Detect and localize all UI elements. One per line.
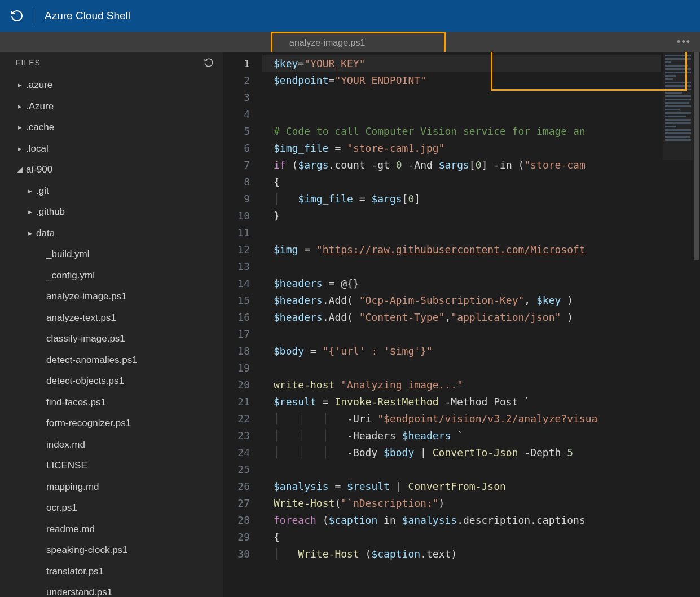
code-line[interactable]: $headers.Add( "Ocp-Apim-Subscription-Key…	[262, 292, 661, 309]
folder-caret-icon: ▸	[16, 143, 24, 154]
line-number: 18	[223, 343, 262, 360]
file-tree-item-label: translator.ps1	[46, 564, 104, 579]
line-number: 7	[223, 157, 262, 174]
line-number: 21	[223, 393, 262, 410]
file-tree-item[interactable]: analyze-image.ps1	[0, 286, 223, 307]
file-tree-item[interactable]: ◢ai-900	[0, 159, 223, 180]
line-number: 2	[223, 72, 262, 89]
file-tree-item[interactable]: LICENSE	[0, 455, 223, 476]
scrollbar-thumb[interactable]	[694, 52, 699, 260]
file-tree-item-label: ocr.ps1	[46, 501, 77, 515]
file-tree-item[interactable]: ocr.ps1	[0, 497, 223, 519]
code-line[interactable]: │ $img_file = $args[0]	[262, 191, 661, 207]
file-tree-item[interactable]: _build.yml	[0, 244, 223, 265]
file-tree-item-label: ai-900	[26, 162, 52, 177]
file-tree-item-label: .cache	[26, 120, 54, 135]
file-tree-item-label: data	[36, 226, 55, 241]
line-number: 12	[223, 241, 262, 258]
code-line[interactable]	[262, 461, 661, 478]
file-tree-item[interactable]: ▸.github	[0, 201, 223, 223]
code-line[interactable]: # Code to call Computer Vision service f…	[262, 123, 661, 140]
vertical-scrollbar[interactable]	[693, 52, 700, 597]
file-tree-item-label: speaking-clock.ps1	[46, 543, 128, 558]
file-tree-item-label: analyze-text.ps1	[46, 311, 116, 325]
folder-caret-icon: ▸	[16, 101, 24, 112]
file-tree-item-label: .azure	[26, 78, 52, 92]
code-line[interactable]	[262, 360, 661, 377]
code-line[interactable]: $endpoint="YOUR_ENDPOINT"	[262, 72, 661, 89]
folder-caret-icon: ▸	[26, 206, 34, 218]
code-area[interactable]: $key="YOUR_KEY"$endpoint="YOUR_ENDPOINT"…	[262, 52, 661, 597]
file-tree-item[interactable]: ▸.cache	[0, 117, 223, 138]
code-line[interactable]: $img_file = "store-cam1.jpg"	[262, 140, 661, 157]
app-header: Azure Cloud Shell	[0, 0, 700, 32]
file-tree-item[interactable]: ▸.azure	[0, 74, 223, 96]
file-tree-item[interactable]: ▸.git	[0, 180, 223, 202]
code-line[interactable]: foreach ($caption in $analysis.descripti…	[262, 512, 661, 529]
file-tree: ▸.azure▸.Azure▸.cache▸.local◢ai-900▸.git…	[0, 73, 223, 597]
file-tree-item[interactable]: ▸data	[0, 223, 223, 244]
file-tree-item-label: .github	[36, 205, 65, 219]
file-tree-item-label: readme.md	[46, 522, 95, 537]
file-tree-item[interactable]: index.md	[0, 434, 223, 456]
refresh-icon[interactable]	[10, 9, 24, 23]
file-tree-item[interactable]: detect-objects.ps1	[0, 370, 223, 392]
code-line[interactable]	[262, 106, 661, 123]
code-line[interactable]: if ($args.count -gt 0 -And $args[0] -in …	[262, 157, 661, 174]
file-tree-item[interactable]: speaking-clock.ps1	[0, 539, 223, 561]
file-tree-item[interactable]: classify-image.ps1	[0, 328, 223, 350]
minimap[interactable]	[663, 53, 693, 160]
code-line[interactable]: │ Write-Host ($caption.text)	[262, 546, 661, 563]
code-line[interactable]: │ │ │ -Uri "$endpoint/vision/v3.2/analyz…	[262, 410, 661, 427]
file-tree-item-label: .local	[26, 141, 49, 156]
code-line[interactable]: write-host "Analyzing image..."	[262, 377, 661, 393]
file-tree-item-label: detect-anomalies.ps1	[46, 353, 138, 368]
code-editor[interactable]: 1234567891011121314151617181920212223242…	[223, 52, 700, 597]
code-line[interactable]: $analysis = $result | ConvertFrom-Json	[262, 478, 661, 495]
file-tree-item[interactable]: ▸.Azure	[0, 96, 223, 117]
code-line[interactable]: Write-Host("`nDescription:")	[262, 495, 661, 512]
file-tree-item[interactable]: translator.ps1	[0, 561, 223, 582]
file-tree-item[interactable]: analyze-text.ps1	[0, 307, 223, 329]
file-tree-item-label: index.md	[46, 437, 85, 452]
code-line[interactable]: $key="YOUR_KEY"	[262, 55, 661, 72]
code-line[interactable]	[262, 224, 661, 241]
line-number: 24	[223, 444, 262, 461]
code-line[interactable]	[262, 258, 661, 275]
code-line[interactable]: $headers.Add( "Content-Type","applicatio…	[262, 309, 661, 326]
editor-tab-active[interactable]: analyze-image.ps1	[271, 32, 446, 52]
refresh-files-icon[interactable]	[204, 58, 214, 68]
code-line[interactable]: │ │ │ -Body $body | ConvertTo-Json -Dept…	[262, 444, 661, 461]
app-title: Azure Cloud Shell	[45, 10, 130, 22]
code-line[interactable]: $result = Invoke-RestMethod -Method Post…	[262, 393, 661, 410]
code-line[interactable]	[262, 89, 661, 106]
code-line[interactable]: │ │ │ -Headers $headers `	[262, 427, 661, 444]
code-line[interactable]	[262, 326, 661, 343]
more-menu-icon[interactable]: •••	[677, 32, 691, 52]
code-line[interactable]: }	[262, 207, 661, 224]
file-tree-item[interactable]: detect-anomalies.ps1	[0, 350, 223, 371]
line-number: 15	[223, 292, 262, 309]
code-line[interactable]: {	[262, 174, 661, 191]
line-number: 20	[223, 377, 262, 393]
file-tree-item-label: LICENSE	[46, 458, 87, 473]
file-tree-item[interactable]: find-faces.ps1	[0, 392, 223, 413]
line-number: 16	[223, 309, 262, 326]
code-line[interactable]: {	[262, 529, 661, 546]
file-tree-item[interactable]: ▸.local	[0, 138, 223, 160]
code-line[interactable]: $body = "{'url' : '$img'}"	[262, 343, 661, 360]
folder-caret-icon: ▸	[16, 79, 24, 91]
file-tree-item-label: _build.yml	[46, 247, 90, 262]
line-number: 5	[223, 123, 262, 140]
code-line[interactable]: $img = "https://raw.githubusercontent.co…	[262, 241, 661, 258]
file-tree-item[interactable]: readme.md	[0, 519, 223, 540]
file-tree-item-label: understand.ps1	[46, 585, 112, 597]
code-line[interactable]: $headers = @{}	[262, 275, 661, 292]
file-tree-item[interactable]: _config.yml	[0, 265, 223, 286]
line-number: 23	[223, 427, 262, 444]
file-tree-item[interactable]: understand.ps1	[0, 582, 223, 597]
file-tree-item[interactable]: mapping.md	[0, 476, 223, 498]
line-number: 14	[223, 275, 262, 292]
file-tree-item-label: mapping.md	[46, 480, 99, 494]
file-tree-item[interactable]: form-recognizer.ps1	[0, 413, 223, 434]
